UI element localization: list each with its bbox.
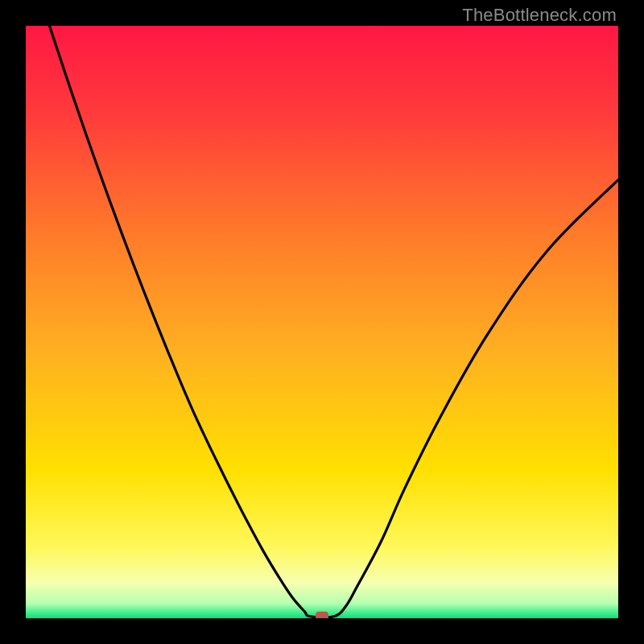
watermark-text: TheBottleneck.com [462, 5, 617, 26]
gradient-background [26, 26, 618, 618]
bottleneck-chart [26, 26, 618, 618]
chart-frame [26, 26, 618, 618]
minimum-marker [316, 612, 328, 618]
